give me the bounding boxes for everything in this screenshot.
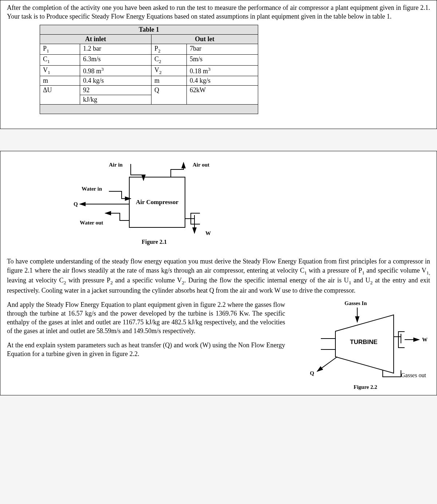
cell-v: 0.18 m3 xyxy=(187,65,258,76)
label-gasses-out: Gasses out xyxy=(401,372,426,379)
table-row: m 0.4 kg/s m 0.4 kg/s xyxy=(40,76,258,86)
cell-k: m xyxy=(40,76,80,86)
intro-paragraph: After the completion of the activity one… xyxy=(7,3,430,21)
paragraph-apply: And apply the Steady Flow Energy Equatio… xyxy=(7,300,285,336)
label-water-in: Water in xyxy=(82,186,102,192)
cell-k: P1 xyxy=(40,44,80,55)
cell-v: 1.2 bar xyxy=(80,44,151,55)
cell-v: 62kW xyxy=(187,86,258,105)
label-air-out: Air out xyxy=(193,162,209,168)
cell-k: P2 xyxy=(151,44,186,55)
cell-v: 92 xyxy=(80,86,151,95)
label-turbine: TURBINE xyxy=(350,339,378,346)
cell-v: 0.4 kg/s xyxy=(187,76,258,86)
cell-k: Q xyxy=(151,86,186,105)
label-q-turbine: Q xyxy=(310,370,314,376)
cell-k: C1 xyxy=(40,55,80,66)
figure-2-1: Air Compressor Air in Air out Water in Q xyxy=(62,160,287,250)
label-w: W xyxy=(205,230,211,237)
table-row: P1 1.2 bar P2 7bar xyxy=(40,44,258,55)
cell-k: C2 xyxy=(151,55,186,66)
cell-v: 7bar xyxy=(187,44,258,55)
cell-v: 0.98 m3 xyxy=(80,65,151,76)
table1: At inlet Out let P1 1.2 bar P2 7bar C1 6… xyxy=(40,34,258,105)
figure21-caption: Figure 2.1 xyxy=(142,239,167,245)
paragraph-derivation: To have complete understanding of the st… xyxy=(7,257,430,295)
paragraph-explain: At the end explain system parameters suc… xyxy=(7,341,285,359)
compressor-box: Air Compressor xyxy=(129,177,185,228)
cell-k: V1 xyxy=(40,65,80,76)
figure-2-2: Gasses In TURBINE W Q Gasses out Figure … xyxy=(292,300,430,391)
cell-v: 5m/s xyxy=(187,55,258,66)
section-bottom: Air Compressor Air in Air out Water in Q xyxy=(0,151,437,395)
header-inlet: At inlet xyxy=(40,34,151,44)
figure22-caption: Figure 2.2 xyxy=(354,384,377,390)
cell-v: 6.3m/s xyxy=(80,55,151,66)
cell-k: V2 xyxy=(151,65,186,76)
table1-header-row: At inlet Out let xyxy=(40,34,258,44)
table1-container: Table 1 At inlet Out let P1 1.2 bar P2 7… xyxy=(40,25,258,114)
header-outlet: Out let xyxy=(151,34,258,44)
cell-v: 0.4 kg/s xyxy=(80,76,151,86)
cell-k: m xyxy=(151,76,186,86)
table-row: V1 0.98 m3 V2 0.18 m3 xyxy=(40,65,258,76)
label-water-out: Water out xyxy=(80,220,103,226)
label-w-turbine: W xyxy=(422,337,428,343)
label-air-in: Air in xyxy=(109,162,123,168)
table1-title: Table 1 xyxy=(40,25,258,34)
table1-footer-gap xyxy=(40,105,258,114)
label-q: Q xyxy=(74,201,78,207)
cell-k: ΔU xyxy=(40,86,80,105)
section-top: After the completion of the activity one… xyxy=(0,0,437,129)
cell-v: kJ/kg xyxy=(80,95,151,105)
table-row: C1 6.3m/s C2 5m/s xyxy=(40,55,258,66)
table-row: ΔU 92 Q 62kW xyxy=(40,86,258,95)
label-gasses-in: Gasses In xyxy=(345,300,367,306)
